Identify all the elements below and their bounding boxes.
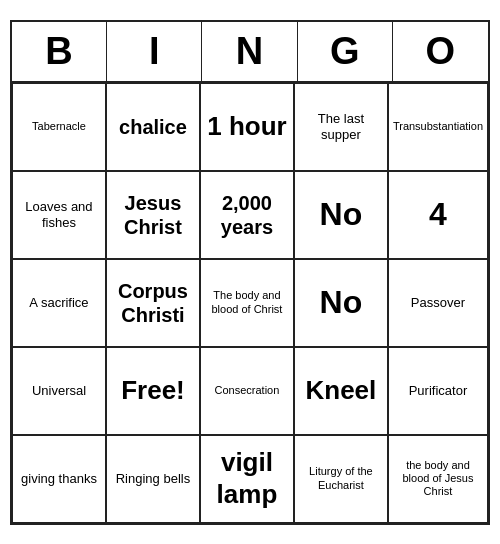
bingo-cell-text-1: chalice bbox=[119, 115, 187, 139]
header-letter-O: O bbox=[393, 22, 488, 81]
bingo-cell-6: Jesus Christ bbox=[106, 171, 200, 259]
bingo-cell-text-22: vigil lamp bbox=[205, 447, 289, 509]
bingo-cell-text-24: the body and blood of Jesus Christ bbox=[393, 459, 483, 499]
bingo-cell-0: Tabernacle bbox=[12, 83, 106, 171]
bingo-cell-text-19: Purificator bbox=[409, 383, 468, 399]
bingo-cell-14: Passover bbox=[388, 259, 488, 347]
bingo-cell-12: The body and blood of Christ bbox=[200, 259, 294, 347]
bingo-cell-text-0: Tabernacle bbox=[32, 120, 86, 133]
header-letter-N: N bbox=[202, 22, 297, 81]
header-letter-I: I bbox=[107, 22, 202, 81]
bingo-cell-text-16: Free! bbox=[121, 375, 185, 406]
bingo-cell-23: Liturgy of the Eucharist bbox=[294, 435, 388, 523]
bingo-cell-text-10: A sacrifice bbox=[29, 295, 88, 311]
header-letter-B: B bbox=[12, 22, 107, 81]
bingo-cell-10: A sacrifice bbox=[12, 259, 106, 347]
bingo-cell-17: Consecration bbox=[200, 347, 294, 435]
bingo-cell-text-2: 1 hour bbox=[207, 111, 286, 142]
bingo-cell-text-12: The body and blood of Christ bbox=[205, 289, 289, 315]
bingo-cell-text-15: Universal bbox=[32, 383, 86, 399]
bingo-cell-text-14: Passover bbox=[411, 295, 465, 311]
bingo-cell-1: chalice bbox=[106, 83, 200, 171]
bingo-cell-text-9: 4 bbox=[429, 195, 447, 233]
bingo-cell-20: giving thanks bbox=[12, 435, 106, 523]
bingo-header: BINGO bbox=[12, 22, 488, 83]
bingo-cell-15: Universal bbox=[12, 347, 106, 435]
bingo-grid: Tabernaclechalice1 hourThe last supperTr… bbox=[12, 83, 488, 523]
bingo-cell-text-4: Transubstantiation bbox=[393, 120, 483, 133]
bingo-cell-7: 2,000 years bbox=[200, 171, 294, 259]
bingo-cell-text-11: Corpus Christi bbox=[111, 279, 195, 327]
bingo-cell-text-13: No bbox=[320, 283, 363, 321]
bingo-cell-13: No bbox=[294, 259, 388, 347]
bingo-card: BINGO Tabernaclechalice1 hourThe last su… bbox=[10, 20, 490, 525]
bingo-cell-5: Loaves and fishes bbox=[12, 171, 106, 259]
bingo-cell-text-3: The last supper bbox=[299, 111, 383, 142]
bingo-cell-18: Kneel bbox=[294, 347, 388, 435]
bingo-cell-text-20: giving thanks bbox=[21, 471, 97, 487]
bingo-cell-text-17: Consecration bbox=[215, 384, 280, 397]
bingo-cell-2: 1 hour bbox=[200, 83, 294, 171]
bingo-cell-text-5: Loaves and fishes bbox=[17, 199, 101, 230]
bingo-cell-22: vigil lamp bbox=[200, 435, 294, 523]
bingo-cell-16: Free! bbox=[106, 347, 200, 435]
bingo-cell-text-8: No bbox=[320, 195, 363, 233]
bingo-cell-3: The last supper bbox=[294, 83, 388, 171]
bingo-cell-21: Ringing bells bbox=[106, 435, 200, 523]
bingo-cell-19: Purificator bbox=[388, 347, 488, 435]
bingo-cell-text-18: Kneel bbox=[306, 375, 377, 406]
bingo-cell-text-21: Ringing bells bbox=[116, 471, 190, 487]
bingo-cell-9: 4 bbox=[388, 171, 488, 259]
bingo-cell-4: Transubstantiation bbox=[388, 83, 488, 171]
header-letter-G: G bbox=[298, 22, 393, 81]
bingo-cell-11: Corpus Christi bbox=[106, 259, 200, 347]
bingo-cell-text-7: 2,000 years bbox=[205, 191, 289, 239]
bingo-cell-text-6: Jesus Christ bbox=[111, 191, 195, 239]
bingo-cell-24: the body and blood of Jesus Christ bbox=[388, 435, 488, 523]
bingo-cell-text-23: Liturgy of the Eucharist bbox=[299, 465, 383, 491]
bingo-cell-8: No bbox=[294, 171, 388, 259]
